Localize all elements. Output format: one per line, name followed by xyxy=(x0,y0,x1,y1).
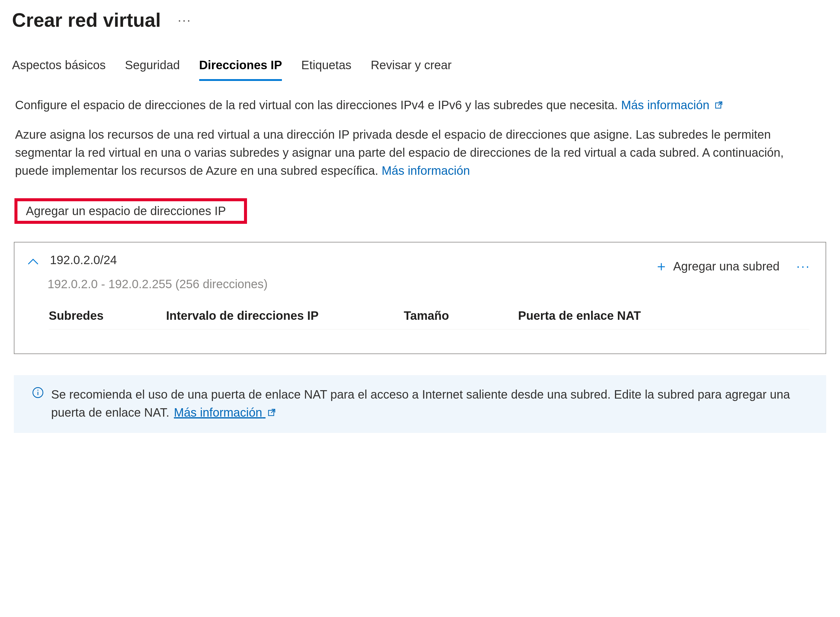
add-subnet-button[interactable]: ＋ Agregar una subred xyxy=(651,255,782,278)
col-ip-range: Intervalo de direcciones IP xyxy=(166,309,404,322)
info-icon xyxy=(32,385,44,403)
col-size: Tamaño xyxy=(404,309,518,322)
tab-etiquetas[interactable]: Etiquetas xyxy=(301,58,351,81)
tab-revisar-y-crear[interactable]: Revisar y crear xyxy=(371,58,452,81)
external-link-icon xyxy=(715,101,723,109)
col-subnets: Subredes xyxy=(49,309,166,322)
chevron-up-icon[interactable] xyxy=(28,255,38,267)
add-ip-address-space-label: Agregar un espacio de direcciones IP xyxy=(26,204,226,217)
tabs: Aspectos básicos Seguridad Direcciones I… xyxy=(12,58,828,81)
add-ip-address-space-button[interactable]: Agregar un espacio de direcciones IP xyxy=(15,198,247,224)
intro-paragraph-1: Configure el espacio de direcciones de l… xyxy=(12,96,818,114)
tab-direcciones-ip[interactable]: Direcciones IP xyxy=(199,58,282,81)
address-space-more-button[interactable]: ··· xyxy=(794,259,812,274)
tab-aspectos-basicos[interactable]: Aspectos básicos xyxy=(12,58,106,81)
external-link-icon xyxy=(267,408,276,417)
intro-learn-more-1-text: Más información xyxy=(621,98,709,112)
header-more-button[interactable]: ··· xyxy=(175,13,194,28)
nat-gateway-learn-more-text: Más información xyxy=(174,406,262,419)
nat-gateway-info-text: Se recomienda el uso de una puerta de en… xyxy=(51,388,790,419)
address-space-range: 192.0.2.0 - 192.0.2.255 (256 direcciones… xyxy=(47,278,812,291)
subnets-table-header: Subredes Intervalo de direcciones IP Tam… xyxy=(49,309,809,329)
page-title: Crear red virtual xyxy=(12,9,161,31)
plus-icon: ＋ xyxy=(654,257,668,276)
nat-gateway-info-text-wrap: Se recomienda el uso de una puerta de en… xyxy=(51,385,812,421)
intro-paragraph-1-text: Configure el espacio de direcciones de l… xyxy=(15,98,618,112)
intro-learn-more-link-1[interactable]: Más información xyxy=(621,98,723,112)
intro-learn-more-link-2[interactable]: Más información xyxy=(382,164,470,177)
address-space-cidr: 192.0.2.0/24 xyxy=(50,253,117,267)
nat-gateway-info: Se recomienda el uso de una puerta de en… xyxy=(14,375,826,433)
address-space-card: 192.0.2.0/24 ＋ Agregar una subred ··· 19… xyxy=(14,242,826,354)
svg-point-3 xyxy=(37,390,38,390)
tab-seguridad[interactable]: Seguridad xyxy=(125,58,180,81)
intro-paragraph-2: Azure asigna los recursos de una red vir… xyxy=(12,125,818,180)
subnets-table: Subredes Intervalo de direcciones IP Tam… xyxy=(49,309,809,329)
add-subnet-label: Agregar una subred xyxy=(673,260,779,273)
add-ip-address-space-highlight: Agregar un espacio de direcciones IP xyxy=(15,198,247,224)
col-nat-gateway: Puerta de enlace NAT xyxy=(518,309,809,322)
nat-gateway-learn-more-link[interactable]: Más información xyxy=(174,406,276,419)
